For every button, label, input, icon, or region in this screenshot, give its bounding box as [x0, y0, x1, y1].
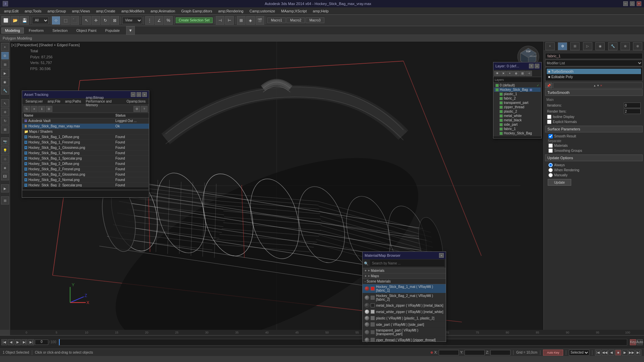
at-row-maxfile[interactable]: 🗎 Hockey_Stick_Bag_max_vray.max Ok	[22, 124, 149, 129]
layer-select-btn[interactable]: ⊞	[520, 71, 526, 76]
pin-modifier-btn[interactable]: 📌	[545, 82, 552, 88]
current-frame-input[interactable]: 0	[35, 340, 48, 345]
menu-edit[interactable]: amp;Edit	[1, 8, 21, 14]
menu-maxscript[interactable]: MAamp;XScript	[278, 8, 309, 14]
at-help-btn[interactable]: ?	[141, 106, 148, 112]
at-info-btn[interactable]: ℹ	[38, 106, 45, 112]
menu-animation[interactable]: amp;Animation	[148, 8, 178, 14]
turbsmooth-section-header[interactable]: TurboSmooth	[545, 89, 643, 96]
extra-tab[interactable]: ⊕	[621, 42, 630, 50]
new-scene-btn[interactable]: ⬜	[1, 16, 10, 25]
at-path-field[interactable]	[22, 190, 149, 197]
at-row-normal2[interactable]: 🖼 Hockey_Stick_Bag_2_Normal.png Found	[22, 177, 149, 183]
when-rendering-radio[interactable]	[548, 168, 553, 172]
mat-item-fabric1[interactable]: Hockey_Stick_Bag_1_mat ( VRayMtl ) [fabr…	[363, 284, 446, 293]
layer-question-btn[interactable]: ?	[529, 64, 534, 68]
mat-section-materials[interactable]: + + Materials	[363, 268, 446, 274]
menu-group[interactable]: amp;Group	[45, 8, 69, 14]
turbsmooth-modifier[interactable]: ■ TurboSmooth	[547, 69, 641, 74]
layer-visibility-fabric1[interactable]	[499, 127, 503, 131]
explicit-normals-checkbox[interactable]	[547, 120, 551, 124]
menu-help[interactable]: amp;Help	[310, 8, 331, 14]
at-row-specular1[interactable]: 🖼 Hockey_Stick_Bag_1_Specular.png Found	[22, 156, 149, 161]
mat-item-sidepart[interactable]: side_part ( VRayMtl ) [side_part]	[363, 321, 446, 328]
timeline-track[interactable]	[59, 339, 627, 346]
z-coord-input[interactable]	[490, 350, 511, 355]
layer-add-btn[interactable]: +	[507, 71, 513, 76]
save-btn[interactable]: 💾	[20, 16, 29, 25]
at-row-glossiness2[interactable]: 🖼 Hockey_Stick_Bag_2_Glossiness.png Foun…	[22, 172, 149, 177]
layer-item-zipper[interactable]: zipper_thread	[494, 105, 541, 109]
extra-tab2[interactable]: ⊗	[633, 42, 642, 50]
auto-key-toggle[interactable]: Auto Key	[543, 350, 563, 356]
at-row-fresnel2[interactable]: 🖼 Hockey_Stick_Bag_2_Fresnel.png Found	[22, 167, 149, 172]
at-row-vault[interactable]: 🏛 Autodesk Vault Logged Out ...	[22, 118, 149, 124]
at-menu-bitmap[interactable]: amp;Bitmap Performance and Memory	[84, 96, 124, 107]
macro3-btn[interactable]: Macro3	[306, 17, 324, 23]
at-row-specular2[interactable]: 🖼 Hockey_Stick_Bag_2_Specular.png Found	[22, 183, 149, 187]
layer-close-btn[interactable]: ×	[535, 64, 539, 68]
material-icon[interactable]: ◈	[1, 164, 9, 172]
prev-frame-btn[interactable]: ◀	[8, 339, 14, 345]
layer-visibility-fabric2[interactable]	[499, 97, 503, 100]
mod-delete-btn[interactable]: ✕	[600, 84, 602, 87]
at-maximize-btn[interactable]: □	[137, 92, 141, 97]
next-frame-btn[interactable]: ▶|	[21, 339, 28, 345]
mat-item-metalblack[interactable]: metal_black_zipper ( VRayMtl ) [metal_bl…	[363, 302, 446, 309]
rotate-icon[interactable]: ↻	[1, 117, 9, 125]
extra-tools-btn[interactable]: ▼	[126, 26, 135, 35]
layer-visibility-default[interactable]	[495, 84, 499, 87]
mat-item-fabric2[interactable]: Hockey_Stick_Bag_2_mat ( VRayMtl ) [fabr…	[363, 293, 446, 302]
layer-item-metalwhite[interactable]: metal_white	[494, 114, 541, 118]
selection-mode-dropdown[interactable]: Selected	[569, 350, 589, 356]
align-btn[interactable]: ⊢	[225, 16, 234, 25]
transform-icon[interactable]: ⊞	[1, 196, 9, 204]
smoothing-groups-checkbox[interactable]	[548, 148, 553, 153]
snap-toggle[interactable]: ⋮	[145, 16, 154, 25]
at-list-btn[interactable]: ≡	[31, 106, 38, 112]
at-menu-ver[interactable]: Seramp;ver	[23, 99, 45, 104]
menu-rendering[interactable]: amp;Rendering	[215, 8, 246, 14]
create-tab[interactable]: +	[545, 42, 555, 50]
select-all-btn[interactable]: ⬛	[70, 16, 79, 25]
display-tab[interactable]: ◉	[595, 42, 605, 50]
at-row-fresnel1[interactable]: 🖼 Hockey_Stick_Bag_1_Fresnel.png Found	[22, 140, 149, 145]
status-prev-btn[interactable]: ◀◀	[602, 350, 608, 356]
layer-visibility-plastic2[interactable]	[499, 110, 503, 113]
layer-item-default[interactable]: 0 (default) ✓	[494, 83, 541, 87]
at-row-maps-folder[interactable]: 📁 Maps / Shaders	[22, 129, 149, 134]
scale-btn[interactable]: ⊠	[110, 16, 119, 25]
utilities-tab[interactable]: 🔧	[608, 42, 618, 50]
move-btn[interactable]: ✛	[92, 16, 100, 25]
separate-materials-checkbox[interactable]	[548, 143, 553, 148]
status-step-back-btn[interactable]: ◀	[608, 350, 614, 356]
menu-tools[interactable]: amp;Tools	[22, 8, 44, 14]
layer-visibility-hockeybag[interactable]	[495, 88, 499, 92]
light-icon[interactable]: 💡	[1, 146, 9, 154]
go-end-btn[interactable]: ▶|	[28, 339, 34, 345]
layer-visibility-metalwhite[interactable]	[499, 114, 503, 118]
render-setup-btn[interactable]: 🎬	[256, 16, 264, 25]
layer-visibility-plastic1[interactable]	[499, 93, 503, 96]
play-icon[interactable]: ▶	[1, 184, 9, 192]
menu-graph-editors[interactable]: Graph Eamp;ditors	[178, 8, 215, 14]
go-start-btn[interactable]: |◀	[1, 339, 7, 345]
schematic-view-btn[interactable]: ⊞	[237, 16, 246, 25]
status-stop-btn[interactable]: ■	[615, 350, 621, 356]
tab-populate[interactable]: Populate	[101, 27, 123, 34]
mod-move-up-btn[interactable]: ▲	[593, 84, 596, 87]
maximize-btn[interactable]: □	[630, 1, 635, 6]
at-row-diffuse2[interactable]: 🖼 Hockey_Stick_Bag_2_Diffuse.png Found	[22, 161, 149, 167]
layer-show-all-btn[interactable]: 👁	[494, 71, 500, 76]
menu-customize[interactable]: Camp;ustomize	[247, 8, 278, 14]
hierarchy-tab[interactable]: ⊞	[570, 42, 580, 50]
selection-filter[interactable]: All	[32, 17, 49, 24]
layer-visibility-hockeybag2[interactable]	[499, 132, 503, 135]
menu-create[interactable]: amp;Create	[93, 8, 118, 14]
macro2-btn[interactable]: Macro2	[286, 17, 305, 23]
mod-move-dn-btn[interactable]: ▼	[597, 84, 599, 87]
editpoly-modifier[interactable]: ■ Editable Poly	[547, 74, 641, 79]
layer-merge-btn[interactable]: ⊕	[513, 71, 519, 76]
mirror-btn[interactable]: ⊣	[216, 16, 224, 25]
select-icon[interactable]: ↖	[1, 99, 9, 107]
